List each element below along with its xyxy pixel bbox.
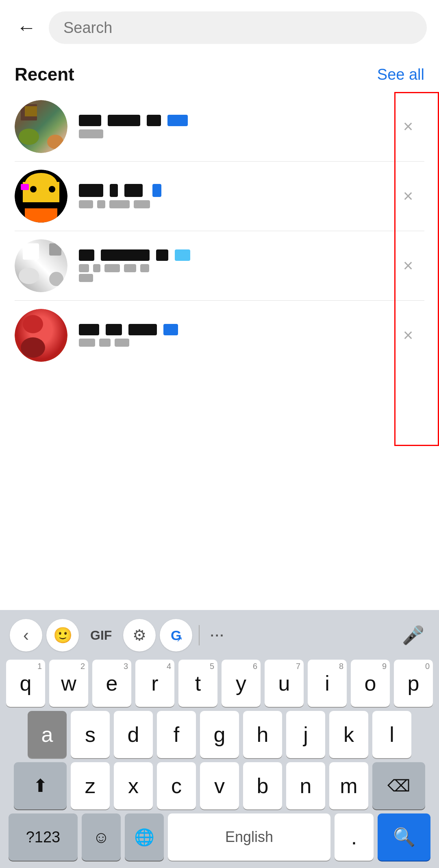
key-j[interactable]: j xyxy=(286,711,325,758)
see-all-link[interactable]: See all xyxy=(377,66,424,83)
num-switch-key[interactable]: ?123 xyxy=(9,813,78,861)
back-arrow-icon: ← xyxy=(17,18,36,37)
key-row-1: 1 q 2 w 3 e 4 r 5 t 6 y xyxy=(3,660,436,707)
contact-info xyxy=(79,115,392,138)
key-g[interactable]: g xyxy=(200,711,239,758)
key-b[interactable]: b xyxy=(243,762,282,809)
key-u[interactable]: 7 u xyxy=(265,660,304,707)
key-s[interactable]: s xyxy=(71,711,110,758)
contact-list: × xyxy=(0,92,439,378)
shift-key[interactable]: ⬆ xyxy=(14,762,67,809)
contact-info xyxy=(79,249,392,282)
microphone-button[interactable]: 🎤 xyxy=(397,619,429,652)
contact-row: × xyxy=(0,92,439,161)
key-v[interactable]: v xyxy=(200,762,239,809)
key-r[interactable]: 4 r xyxy=(135,660,174,707)
avatar xyxy=(15,309,67,362)
key-m[interactable]: m xyxy=(329,762,368,809)
key-a[interactable]: a xyxy=(28,711,67,758)
keyboard-back-button[interactable]: ‹ xyxy=(10,619,42,652)
chevron-left-icon: ‹ xyxy=(23,625,29,645)
key-row-3: ⬆ z x c v b n m ⌫ xyxy=(3,762,436,809)
search-input[interactable] xyxy=(63,19,412,37)
remove-contact-button[interactable]: × xyxy=(392,180,424,212)
key-q[interactable]: 1 q xyxy=(6,660,45,707)
search-bar[interactable] xyxy=(49,11,427,44)
globe-key[interactable]: 🌐 xyxy=(125,813,164,861)
microphone-icon: 🎤 xyxy=(402,625,424,646)
key-o[interactable]: 9 o xyxy=(351,660,390,707)
recent-section-header: Recent See all xyxy=(0,52,439,92)
remove-contact-button[interactable]: × xyxy=(392,249,424,282)
key-row-2: a s d f g h j k l xyxy=(3,711,436,758)
key-d[interactable]: d xyxy=(114,711,153,758)
contact-info xyxy=(79,324,392,347)
avatar xyxy=(15,170,67,223)
key-w[interactable]: 2 w xyxy=(49,660,88,707)
space-key[interactable]: English xyxy=(168,813,330,861)
gear-icon: ⚙ xyxy=(133,626,146,644)
recent-title: Recent xyxy=(15,64,74,85)
key-k[interactable]: k xyxy=(329,711,368,758)
key-row-bottom: ?123 ☺ 🌐 English . 🔍 xyxy=(3,813,436,861)
key-z[interactable]: z xyxy=(71,762,110,809)
sticker-icon: 🙂 xyxy=(53,626,72,644)
gif-button[interactable]: GIF xyxy=(83,621,119,649)
more-icon: ··· xyxy=(210,628,225,643)
key-x[interactable]: x xyxy=(114,762,153,809)
avatar xyxy=(15,239,67,292)
backspace-key[interactable]: ⌫ xyxy=(372,762,425,809)
remove-contact-button[interactable]: × xyxy=(392,110,424,143)
keyboard-toolbar: ‹ 🙂 GIF ⚙ G ↗ ··· 🎤 xyxy=(0,610,439,657)
header: ← xyxy=(0,0,439,52)
emoji-key[interactable]: ☺ xyxy=(82,813,121,861)
remove-contact-button[interactable]: × xyxy=(392,319,424,352)
search-key[interactable]: 🔍 xyxy=(378,813,430,861)
key-l[interactable]: l xyxy=(372,711,411,758)
contact-row: × xyxy=(0,231,439,300)
key-y[interactable]: 6 y xyxy=(222,660,261,707)
translate-button[interactable]: G ↗ xyxy=(160,619,192,652)
key-t[interactable]: 5 t xyxy=(178,660,217,707)
more-button[interactable]: ··· xyxy=(206,621,229,649)
key-i[interactable]: 8 i xyxy=(308,660,347,707)
contact-row: × xyxy=(0,301,439,370)
contact-info xyxy=(79,184,392,208)
key-c[interactable]: c xyxy=(157,762,196,809)
contact-row: × xyxy=(0,162,439,231)
key-f[interactable]: f xyxy=(157,711,196,758)
key-e[interactable]: 3 e xyxy=(92,660,131,707)
period-key[interactable]: . xyxy=(335,813,374,861)
key-h[interactable]: h xyxy=(243,711,282,758)
keyboard: ‹ 🙂 GIF ⚙ G ↗ ··· 🎤 1 q xyxy=(0,610,439,868)
key-p[interactable]: 0 p xyxy=(394,660,433,707)
back-button[interactable]: ← xyxy=(12,13,41,42)
settings-button[interactable]: ⚙ xyxy=(123,619,156,652)
toolbar-separator xyxy=(199,625,200,645)
key-n[interactable]: n xyxy=(286,762,325,809)
keyboard-rows: 1 q 2 w 3 e 4 r 5 t 6 y xyxy=(0,657,439,868)
gif-label: GIF xyxy=(90,628,112,643)
sticker-button[interactable]: 🙂 xyxy=(46,619,79,652)
avatar xyxy=(15,100,67,153)
